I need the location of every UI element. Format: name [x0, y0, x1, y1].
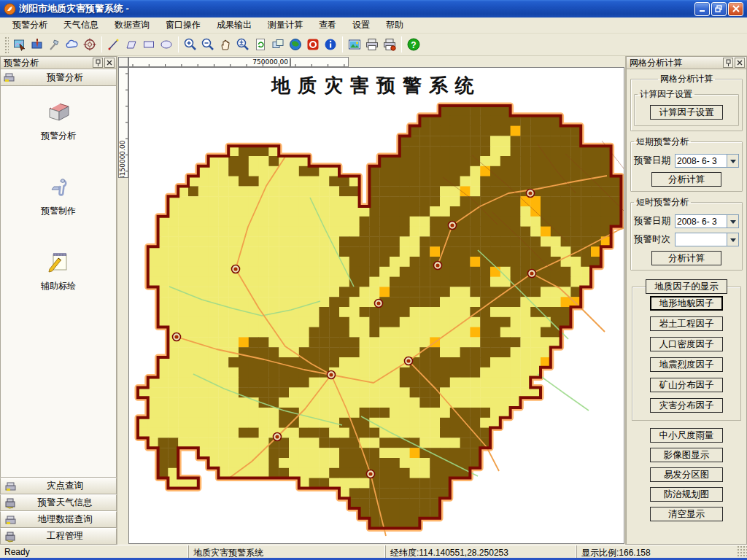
left-panel-title: 预警分析: [4, 57, 91, 69]
info-icon[interactable]: [322, 36, 339, 53]
status-ready: Ready: [0, 545, 188, 558]
hammer-icon[interactable]: [46, 36, 63, 53]
short-time-analyze-button[interactable]: 分析计算: [651, 251, 721, 265]
polygon-icon[interactable]: [123, 36, 140, 53]
resize-grip[interactable]: [737, 545, 747, 558]
svg-text:?: ?: [411, 40, 416, 50]
toolbar-grip[interactable]: [4, 36, 9, 53]
left-panel-pin-button[interactable]: [93, 58, 103, 68]
right-panel: 网格分析计算 网格分析计算 计算因子设置 计算因子设置 短期预警分析 预警日期 …: [625, 56, 747, 545]
menu-item-1[interactable]: 预警分析: [4, 17, 55, 34]
left-item-1[interactable]: 预警分析: [41, 98, 76, 142]
tool-icon: [44, 173, 72, 201]
menu-item-6[interactable]: 测量计算: [260, 17, 311, 34]
menu-item-4[interactable]: 窗口操作: [158, 17, 209, 34]
status-system-name: 地质灾害预警系统: [188, 545, 385, 558]
print-setup-icon[interactable]: [381, 36, 398, 53]
combo-dropdown-icon[interactable]: [727, 233, 738, 246]
left-section-header[interactable]: 预警分析: [1, 69, 116, 86]
factor-button-1[interactable]: 地形地貌因子: [650, 296, 723, 311]
factor-settings-group: 计算因子设置 计算因子设置: [634, 88, 739, 126]
toolbar-separator: [401, 36, 402, 52]
rectangle-icon[interactable]: [140, 36, 158, 53]
globe-icon[interactable]: [287, 36, 304, 53]
factor-button-4[interactable]: 地震烈度因子: [650, 357, 723, 372]
combo-dropdown-icon[interactable]: [727, 155, 738, 167]
combo-dropdown-icon[interactable]: [727, 215, 738, 228]
left-bottom-bar-2[interactable]: 预警天气信息: [0, 494, 117, 511]
pin-map-icon[interactable]: [28, 36, 46, 53]
menu-item-9[interactable]: 帮助: [378, 17, 411, 34]
short-time-date-label: 预警日期: [634, 215, 675, 228]
factor-button-2[interactable]: 岩土工程因子: [650, 316, 723, 331]
factor-button-3[interactable]: 人口密度因子: [650, 337, 723, 351]
print-icon[interactable]: [363, 36, 381, 53]
close-button[interactable]: [728, 2, 743, 16]
map-canvas[interactable]: 地质灾害预警系统: [128, 67, 624, 544]
short-term-group: 短期预警分析 预警日期 2008- 6- 3 分析计算: [630, 136, 743, 192]
menu-item-3[interactable]: 数据查询: [107, 17, 158, 34]
menu-item-8[interactable]: 设置: [344, 17, 378, 34]
layers-icon[interactable]: [269, 36, 287, 53]
left-panel-close-button[interactable]: [104, 58, 115, 68]
short-time-period-combo[interactable]: [675, 233, 739, 246]
map-select-icon[interactable]: [11, 36, 28, 53]
zoom-extent-icon[interactable]: [234, 36, 252, 53]
right-bottom-button-1[interactable]: 中小尺度雨量: [650, 428, 723, 443]
zoom-out-icon[interactable]: [199, 36, 217, 53]
app-icon: [4, 3, 16, 15]
geological-factor-display-button[interactable]: 地质因子的显示: [646, 279, 727, 294]
menu-item-5[interactable]: 成果输出: [209, 17, 260, 34]
window-title: 浏阳市地质灾害预警系统 -: [19, 2, 694, 15]
line-icon[interactable]: [105, 36, 123, 53]
short-time-date-value: 2008- 6- 3: [676, 215, 727, 228]
right-bottom-button-2[interactable]: 影像图显示: [650, 448, 723, 462]
stop-icon[interactable]: [304, 36, 322, 53]
right-bottom-button-4[interactable]: 防治规划图: [650, 487, 723, 502]
restore-button[interactable]: [711, 2, 727, 16]
hazard-map: [129, 68, 624, 542]
target-icon[interactable]: [81, 36, 98, 53]
svg-text:750000.00: 750000.00: [252, 58, 288, 66]
right-bottom-button-5[interactable]: 清空显示: [650, 507, 723, 521]
device2-icon: [5, 531, 18, 542]
right-bottom-button-3[interactable]: 易发分区图: [650, 467, 723, 482]
refresh-icon[interactable]: [252, 36, 269, 53]
right-panel-close-button[interactable]: [735, 58, 745, 68]
right-panel-pin-button[interactable]: [723, 58, 733, 68]
right-panel-caption: 网格分析计算: [626, 56, 747, 69]
factor-button-5[interactable]: 矿山分布因子: [650, 378, 723, 392]
right-panel-title: 网格分析计算: [630, 57, 721, 69]
factor-button-6[interactable]: 灾害分布因子: [650, 398, 723, 413]
toolbar-separator: [178, 36, 179, 52]
pan-icon[interactable]: [217, 36, 234, 53]
grid-analysis-group-label: 网格分析计算: [658, 73, 715, 85]
bottom-bar-label: 预警天气信息: [18, 497, 112, 509]
status-scale: 显示比例:166.158: [576, 545, 737, 558]
short-time-period-value: [676, 233, 727, 246]
left-bottom-bar-3[interactable]: 地理数据查询: [0, 511, 117, 528]
device-icon: [5, 514, 18, 526]
cloud-icon[interactable]: [63, 36, 81, 53]
short-term-date-combo[interactable]: 2008- 6- 3: [675, 154, 739, 168]
factor-settings-button[interactable]: 计算因子设置: [650, 105, 723, 120]
left-bottom-bar-1[interactable]: 灾点查询: [0, 478, 117, 494]
zoom-in-icon[interactable]: [182, 36, 199, 53]
short-term-analyze-button[interactable]: 分析计算: [651, 172, 721, 187]
minimize-button[interactable]: [694, 2, 710, 16]
ellipse-icon[interactable]: [158, 36, 175, 53]
menu-item-7[interactable]: 查看: [311, 17, 344, 34]
short-time-group: 短时预警分析 预警日期 2008- 6- 3 预警时次 分析计算: [630, 196, 743, 271]
short-time-group-label: 短时预警分析: [634, 196, 691, 209]
short-time-date-combo[interactable]: 2008- 6- 3: [675, 214, 739, 228]
svg-text:3150000.00: 3150000.00: [119, 140, 126, 178]
menu-item-2[interactable]: 天气信息: [55, 17, 107, 34]
image-icon[interactable]: [346, 36, 363, 53]
left-item-2[interactable]: 预警制作: [41, 173, 76, 217]
left-section-label: 预警分析: [17, 71, 113, 84]
left-bottom-bar-4[interactable]: 工程管理: [0, 528, 117, 545]
left-panel: 预警分析 预警分析 预警分析预警制作辅助标绘 灾点查询预警天气信息地理数据查询工…: [0, 56, 117, 545]
left-item-3[interactable]: 辅助标绘: [41, 248, 76, 292]
help-icon[interactable]: ?: [405, 36, 422, 53]
left-panel-caption: 预警分析: [0, 56, 117, 69]
